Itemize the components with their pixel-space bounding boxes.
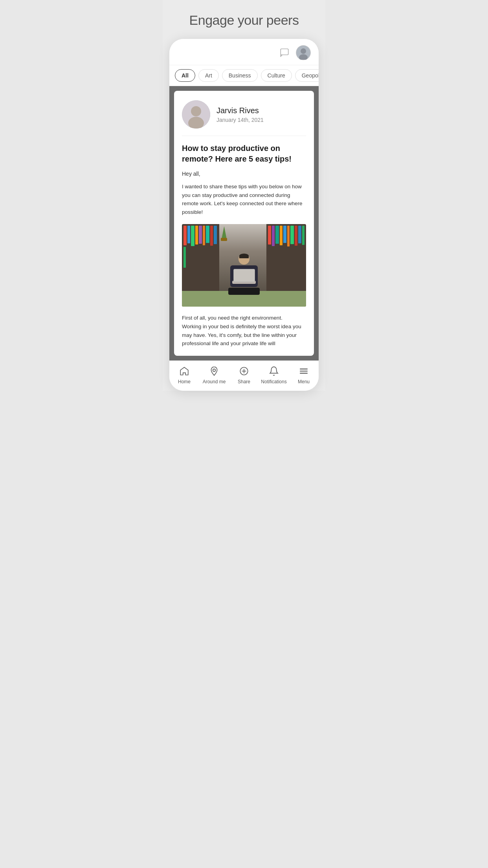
tab-culture[interactable]: Culture xyxy=(261,69,292,82)
author-name: Jarvis Rives xyxy=(216,106,264,115)
bell-svg xyxy=(269,366,279,376)
user-avatar[interactable] xyxy=(296,45,311,60)
svg-point-2 xyxy=(301,48,306,54)
category-tabs: All Art Business Culture Geopolitics Hea… xyxy=(169,65,319,86)
nav-share[interactable]: Share xyxy=(229,366,259,384)
share-icon xyxy=(238,366,250,377)
nav-around-me[interactable]: Around me xyxy=(199,366,229,384)
phone-header xyxy=(169,39,319,65)
tab-geopolitics[interactable]: Geopolitics xyxy=(295,69,319,82)
chat-bubble-svg xyxy=(279,48,290,58)
share-svg xyxy=(239,366,249,376)
footer-line2: Working in your bed is definitely the wo… xyxy=(182,324,301,346)
menu-icon xyxy=(298,366,309,377)
tab-business[interactable]: Business xyxy=(222,69,258,82)
article-greeting: Hey all, xyxy=(182,171,306,177)
menu-svg xyxy=(299,366,309,376)
nav-home[interactable]: Home xyxy=(169,366,199,384)
page-title: Engage your peers xyxy=(189,13,299,28)
nav-around-me-label: Around me xyxy=(203,379,226,384)
nav-menu[interactable]: Menu xyxy=(289,366,319,384)
svg-rect-0 xyxy=(281,49,288,55)
author-section: Jarvis Rives January 14th, 2021 xyxy=(182,100,306,136)
nav-menu-label: Menu xyxy=(298,379,310,384)
tab-art[interactable]: Art xyxy=(198,69,219,82)
article-footer-text: First of all, you need the right environ… xyxy=(182,314,306,348)
nav-notifications[interactable]: Notifications xyxy=(259,366,289,384)
svg-point-7 xyxy=(213,369,216,371)
location-svg xyxy=(209,366,219,376)
author-avatar-svg xyxy=(182,100,210,129)
article-card: Jarvis Rives January 14th, 2021 How to s… xyxy=(174,91,314,356)
article-image xyxy=(182,224,306,307)
nav-share-label: Share xyxy=(238,379,250,384)
footer-line1: First of all, you need the right environ… xyxy=(182,315,283,321)
bell-icon xyxy=(268,366,279,377)
chat-icon[interactable] xyxy=(279,47,290,59)
svg-point-5 xyxy=(191,106,201,116)
home-icon xyxy=(179,366,190,377)
phone-frame: All Art Business Culture Geopolitics Hea… xyxy=(169,39,319,391)
author-avatar xyxy=(182,100,210,129)
author-info: Jarvis Rives January 14th, 2021 xyxy=(216,106,264,123)
home-svg xyxy=(179,366,189,376)
article-body: I wanted to share these tips with you be… xyxy=(182,182,306,216)
page-wrapper: Engage your peers All Art Busine xyxy=(163,0,325,391)
location-icon xyxy=(209,366,220,377)
nav-notifications-label: Notifications xyxy=(261,379,286,384)
nav-home-label: Home xyxy=(178,379,191,384)
content-area: Jarvis Rives January 14th, 2021 How to s… xyxy=(169,86,319,360)
bottom-nav: Home Around me xyxy=(169,360,319,391)
author-date: January 14th, 2021 xyxy=(216,117,264,123)
avatar-svg xyxy=(296,46,310,60)
article-title: How to stay productive on remote? Here a… xyxy=(182,143,306,164)
tab-all[interactable]: All xyxy=(175,69,195,82)
bookshelf-scene xyxy=(182,224,306,307)
